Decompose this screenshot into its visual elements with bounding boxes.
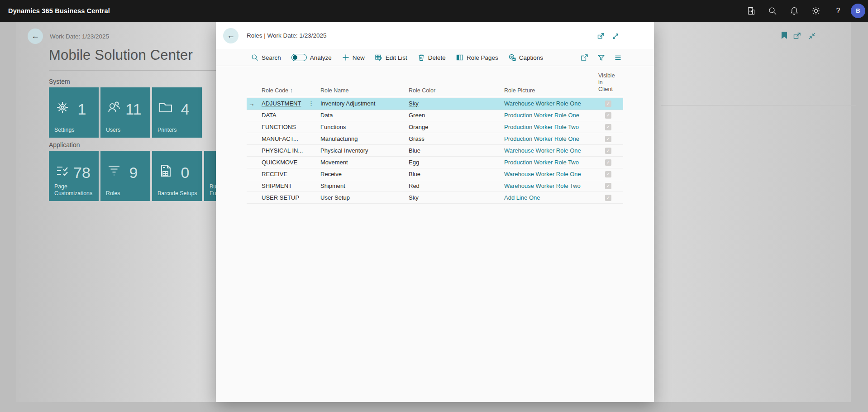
role-name-cell: Manufacturing	[320, 133, 404, 145]
search-icon	[251, 54, 258, 61]
check-icon: ✓	[606, 148, 610, 153]
role-picture-link[interactable]: Warehouse Worker Role One	[504, 168, 601, 180]
tile-users[interactable]: 11 Users	[100, 87, 150, 138]
role-name-cell: Shipment	[320, 180, 404, 192]
tile-label: Barcode Setups	[157, 190, 198, 197]
bookmark-icon[interactable]	[782, 32, 787, 39]
tile-label: Roles	[106, 190, 147, 197]
company-icon[interactable]	[747, 6, 756, 15]
role-name-cell: Data	[320, 110, 404, 121]
role-color-cell: Blue	[409, 145, 463, 157]
tile-settings[interactable]: 1 Settings	[49, 87, 99, 138]
visible-checkbox[interactable]: ✓	[605, 124, 611, 130]
captions-icon	[509, 54, 516, 61]
table-row[interactable]: PHYSICAL IN... Physical Inventory Blue W…	[247, 145, 623, 157]
check-icon: ✓	[606, 160, 610, 165]
table-row[interactable]: FUNCTIONS Functions Orange Production Wo…	[247, 121, 623, 133]
tile-label: Printers	[157, 127, 198, 134]
column-header-role-picture[interactable]: Role Picture	[504, 87, 535, 94]
filter-icon[interactable]	[597, 54, 605, 62]
role-name-cell: Receive	[320, 168, 404, 180]
dialog-back-button[interactable]: ←	[223, 28, 238, 43]
role-picture-link[interactable]: Production Worker Role One	[504, 110, 601, 121]
tile-roles[interactable]: 9 Roles	[100, 151, 150, 201]
role-color-cell: Orange	[409, 121, 463, 133]
role-color-cell[interactable]: Sky	[409, 98, 463, 110]
role-picture-link[interactable]: Production Worker Role Two	[504, 157, 601, 168]
open-in-new-window-icon[interactable]	[597, 33, 605, 40]
active-row-arrow-icon: →	[248, 98, 258, 110]
tile-label: Page Customizations	[54, 183, 95, 197]
settings-gear-icon[interactable]	[811, 6, 820, 15]
role-picture-link[interactable]: Warehouse Worker Role One	[504, 145, 601, 157]
visible-checkbox[interactable]: ✓	[605, 112, 611, 119]
row-options-icon[interactable]: ⋮	[308, 98, 315, 110]
edit-list-button[interactable]: Edit List	[375, 54, 407, 61]
table-row[interactable]: → ADJUSTMENT ⋮ Inventory Adjustment Sky …	[247, 98, 623, 110]
table-row[interactable]: SHIPMENT Shipment Red Warehouse Worker R…	[247, 180, 623, 192]
choose-columns-icon[interactable]	[614, 54, 622, 62]
role-pages-button[interactable]: Role Pages	[456, 54, 498, 61]
role-picture-link[interactable]: Warehouse Worker Role Two	[504, 180, 601, 192]
visible-checkbox[interactable]: ✓	[605, 159, 611, 166]
captions-button[interactable]: Captions	[509, 54, 543, 61]
search-button[interactable]: Search	[251, 54, 281, 61]
check-icon: ✓	[606, 136, 610, 141]
open-in-window-icon[interactable]	[793, 32, 801, 42]
page-divider	[49, 70, 216, 71]
analyze-toggle[interactable]: Analyze	[291, 54, 332, 61]
visible-checkbox[interactable]: ✓	[605, 195, 611, 201]
role-code-cell[interactable]: ADJUSTMENT	[262, 98, 308, 110]
avatar[interactable]: B	[851, 4, 865, 18]
role-code-cell: PHYSICAL IN...	[262, 145, 308, 157]
column-header-role-code[interactable]: Role Code ↑	[262, 87, 293, 94]
delete-button[interactable]: Delete	[418, 54, 446, 61]
visible-checkbox[interactable]: ✓	[605, 171, 611, 177]
notifications-bell-icon[interactable]	[790, 6, 799, 15]
role-picture-link[interactable]: Warehouse Worker Role One	[504, 98, 601, 110]
role-picture-link[interactable]: Production Worker Role One	[504, 133, 601, 145]
app-top-bar: Dynamics 365 Business Central ? B	[0, 0, 868, 22]
users-icon	[107, 100, 121, 115]
page-back-button[interactable]: ←	[28, 29, 43, 44]
share-icon[interactable]	[581, 54, 588, 62]
tile-page-customizations[interactable]: 78 Page Customizations	[49, 151, 99, 201]
check-icon: ✓	[606, 125, 610, 129]
search-icon[interactable]	[768, 6, 777, 15]
expand-icon[interactable]	[612, 33, 619, 40]
tile-barcode-setups[interactable]: 0 Barcode Setups	[152, 151, 202, 201]
back-arrow-icon: ←	[31, 31, 39, 40]
role-picture-link[interactable]: Add Line One	[504, 192, 601, 204]
toolbar-divider	[216, 66, 654, 66]
role-name-cell: Inventory Adjustment	[320, 98, 404, 110]
help-icon[interactable]: ?	[834, 6, 843, 15]
tile-printers[interactable]: 4 Printers	[152, 87, 202, 138]
visible-checkbox[interactable]: ✓	[605, 183, 611, 189]
page-work-date: Work Date: 1/23/2025	[50, 33, 109, 40]
column-header-visible-in-client[interactable]: Visible in Client	[598, 72, 615, 93]
role-color-cell: Red	[409, 180, 463, 192]
table-row[interactable]: USER SETUP User Setup Sky Add Line One ✓	[247, 192, 623, 204]
visible-checkbox[interactable]: ✓	[605, 148, 611, 154]
role-name-cell: Functions	[320, 121, 404, 133]
sort-ascending-icon: ↑	[290, 87, 293, 94]
table-row[interactable]: QUICKMOVE Movement Egg Production Worker…	[247, 157, 623, 168]
column-header-role-name[interactable]: Role Name	[320, 87, 349, 94]
role-code-cell: SHIPMENT	[262, 180, 308, 192]
visible-checkbox[interactable]: ✓	[605, 136, 611, 142]
new-button[interactable]: New	[342, 54, 365, 61]
table-row[interactable]: MANUFACT... Manufacturing Grass Producti…	[247, 133, 623, 145]
collapse-icon[interactable]	[808, 32, 816, 42]
toggle-switch[interactable]	[291, 54, 307, 61]
tile-count: 0	[181, 163, 190, 182]
trash-icon	[418, 54, 425, 61]
role-code-cell: FUNCTIONS	[262, 121, 308, 133]
table-row[interactable]: DATA Data Green Production Worker Role O…	[247, 110, 623, 121]
table-row[interactable]: RECEIVE Receive Blue Warehouse Worker Ro…	[247, 168, 623, 180]
column-header-role-color[interactable]: Role Color	[409, 87, 435, 94]
visible-checkbox[interactable]: ✓	[605, 101, 611, 107]
columns-icon	[456, 54, 463, 61]
role-picture-link[interactable]: Production Worker Role Two	[504, 121, 601, 133]
role-code-cell: MANUFACT...	[262, 133, 308, 145]
plus-icon	[342, 54, 349, 61]
